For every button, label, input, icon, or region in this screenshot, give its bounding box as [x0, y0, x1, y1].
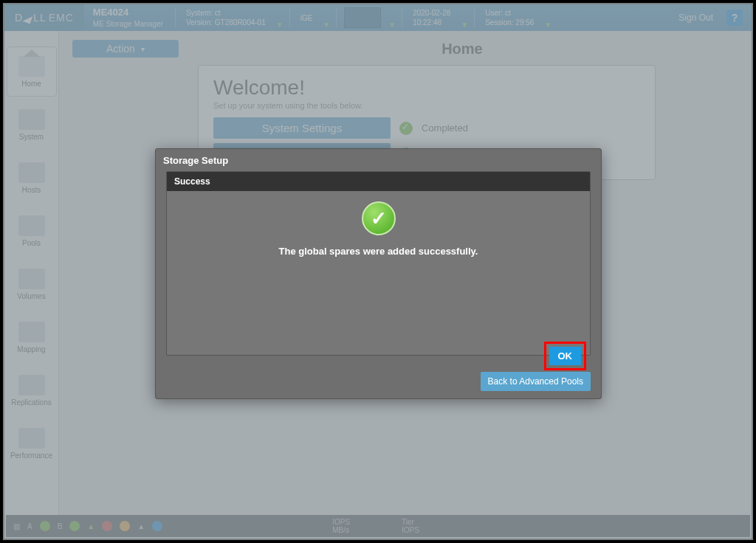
- ok-button[interactable]: OK: [549, 347, 582, 365]
- storage-setup-dialog: Storage Setup Back to Advanced Pools Suc…: [155, 148, 602, 399]
- ok-button-highlight: OK: [544, 342, 587, 370]
- success-dialog: Success ✓ The global spares were added s…: [166, 171, 591, 356]
- success-check-icon: ✓: [362, 201, 396, 235]
- back-to-advanced-pools-button[interactable]: Back to Advanced Pools: [481, 372, 591, 391]
- success-message: The global spares were added successfull…: [279, 246, 478, 257]
- storage-setup-dialog-title: Storage Setup: [156, 149, 601, 172]
- success-dialog-title: Success: [167, 172, 590, 191]
